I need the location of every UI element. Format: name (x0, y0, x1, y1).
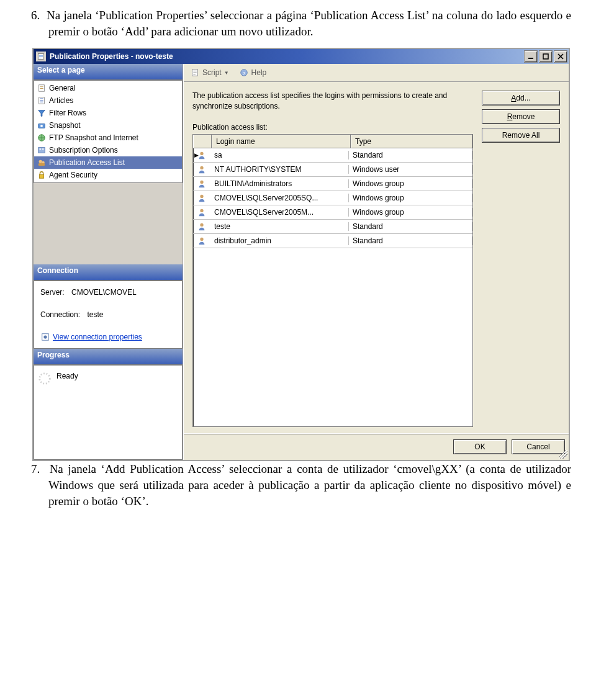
connection-row: Connection: teste (38, 308, 178, 321)
page-item-publication-access-list[interactable]: Publication Access List (34, 156, 182, 169)
user-icon (193, 236, 210, 245)
page-item-agent-security[interactable]: Agent Security (34, 169, 182, 181)
svg-rect-10 (40, 88, 43, 89)
table-row[interactable]: testeStandard (193, 220, 472, 234)
connection-properties-label: View connection properties (53, 333, 142, 341)
titlebar[interactable]: Publication Properties - novo-teste (34, 49, 569, 64)
cell-type: Standard (349, 236, 472, 245)
svg-point-33 (200, 166, 203, 169)
page-icon (37, 96, 47, 105)
toolbar: Script ▼ ? Help (184, 64, 569, 82)
funnel-icon (37, 108, 47, 118)
page-label: General (49, 84, 76, 92)
page-list[interactable]: General Articles Filter Rows Snapshot (34, 80, 183, 183)
user-icon (193, 165, 210, 174)
maximize-button[interactable] (539, 50, 553, 63)
progress-status: Ready (56, 372, 78, 380)
table-row[interactable]: distributor_adminStandard (193, 234, 472, 248)
select-page-header: Select a page (34, 64, 183, 80)
svg-rect-3 (39, 58, 42, 59)
dropdown-icon: ▼ (224, 70, 229, 76)
table-row[interactable]: BUILTIN\AdministratorsWindows group (193, 177, 472, 191)
close-button[interactable] (554, 50, 567, 63)
connection-panel: Server: CMOVEL\CMOVEL Connection: teste … (34, 280, 183, 349)
page-item-ftp-snapshot[interactable]: FTP Snapshot and Internet (34, 132, 182, 144)
svg-point-27 (43, 336, 47, 339)
progress-header: Progress (34, 349, 183, 365)
users-icon (37, 158, 47, 168)
access-list-grid[interactable]: Login name Type saStandardNT AUTHORITY\S… (192, 134, 473, 427)
spinner-icon (38, 372, 52, 385)
page-label: Subscription Options (49, 146, 118, 155)
script-button[interactable]: Script ▼ (187, 66, 232, 79)
svg-rect-24 (38, 163, 45, 166)
script-icon (190, 68, 200, 78)
cell-login: distributor_admin (210, 236, 349, 245)
page-item-subscription-options[interactable]: Subscription Options (34, 144, 182, 156)
description-text: The publication access list specifies th… (192, 91, 473, 112)
table-row[interactable]: CMOVEL\SQLServer2005SQ...Windows group (193, 191, 472, 205)
minimize-button[interactable] (524, 50, 538, 63)
cell-type: Standard (349, 222, 472, 231)
svg-text:?: ? (242, 71, 245, 76)
page-label: Articles (49, 96, 73, 105)
svg-rect-4 (528, 58, 533, 59)
cancel-button[interactable]: Cancel (512, 439, 565, 454)
table-row[interactable]: CMOVEL\SQLServer2005M...Windows group (193, 205, 472, 220)
server-row: Server: CMOVEL\CMOVEL (38, 286, 178, 298)
page-label: Filter Rows (49, 109, 86, 117)
connection-label: Connection: (40, 310, 80, 319)
list-label: Publication access list: (192, 123, 473, 132)
cell-type: Windows group (349, 194, 472, 202)
table-row[interactable]: NT AUTHORITY\SYSTEMWindows user (193, 163, 472, 177)
svg-rect-9 (40, 87, 43, 88)
cell-login: NT AUTHORITY\SYSTEM (210, 165, 349, 174)
svg-rect-1 (39, 55, 43, 56)
svg-rect-21 (42, 149, 44, 150)
script-label: Script (202, 68, 222, 77)
svg-rect-12 (40, 99, 43, 99)
table-row[interactable]: saStandard (193, 148, 472, 163)
bottom-bar: OK Cancel (184, 433, 569, 460)
view-connection-properties-link[interactable]: View connection properties (38, 331, 178, 343)
help-button[interactable]: ? Help (237, 66, 269, 79)
instruction-6: 6. Na janela ‘Publication Properties’ se… (31, 7, 571, 39)
cell-type: Standard (349, 151, 472, 159)
window-icon (36, 52, 46, 61)
page-item-general[interactable]: General (34, 82, 182, 94)
page-icon (37, 83, 47, 93)
page-item-snapshot[interactable]: Snapshot (34, 119, 182, 132)
page-item-articles[interactable]: Articles (34, 94, 182, 107)
svg-point-35 (200, 195, 203, 198)
svg-marker-15 (38, 110, 45, 117)
cell-type: Windows user (349, 165, 472, 174)
ok-button[interactable]: OK (453, 439, 507, 454)
svg-point-22 (39, 160, 42, 163)
page-item-filter-rows[interactable]: Filter Rows (34, 107, 182, 119)
svg-point-36 (200, 209, 203, 212)
svg-point-17 (40, 125, 43, 127)
publication-properties-window: Publication Properties - novo-teste Sele… (32, 48, 570, 461)
svg-rect-25 (40, 174, 44, 178)
add-button[interactable]: Add... (482, 91, 560, 105)
grid-header: Login name Type (193, 135, 472, 148)
svg-rect-2 (39, 56, 43, 57)
left-pane: Select a page General Articles Filter Ro… (34, 64, 183, 460)
svg-point-37 (200, 223, 203, 227)
svg-point-34 (200, 181, 203, 184)
progress-panel: Ready (34, 365, 183, 460)
lock-icon (37, 170, 47, 180)
remove-button[interactable]: Remove (482, 109, 560, 124)
cell-login: CMOVEL\SQLServer2005M... (210, 208, 349, 217)
column-type[interactable]: Type (351, 135, 472, 148)
cell-login: sa (210, 151, 349, 159)
remove-all-button[interactable]: Remove All (482, 128, 560, 143)
resize-grip[interactable] (559, 450, 567, 459)
help-label: Help (251, 68, 267, 77)
column-login[interactable]: Login name (212, 135, 351, 148)
page-label: Publication Access List (49, 158, 125, 167)
page-label: Snapshot (49, 121, 81, 130)
cell-type: Windows group (349, 179, 472, 188)
document-body: 6. Na janela ‘Publication Properties’ se… (0, 0, 596, 530)
user-icon (193, 222, 210, 231)
